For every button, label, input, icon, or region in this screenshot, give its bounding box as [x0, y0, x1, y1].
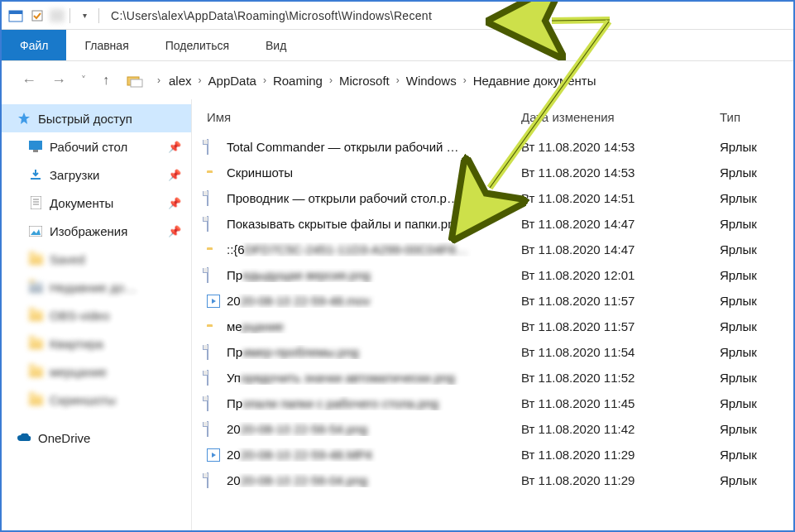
breadcrumb-item[interactable]: AppData — [208, 74, 256, 88]
file-date: Вт 11.08.2020 11:45 — [521, 396, 720, 410]
img-icon — [207, 268, 227, 282]
file-type: Ярлык — [720, 165, 793, 180]
file-row[interactable]: Пропали папки с рабочего стола.pngВт 11.… — [192, 391, 793, 416]
sidebar-downloads[interactable]: Загрузки 📌 — [2, 161, 191, 189]
sidebar: Быстрый доступ Рабочий стол 📌 Загрузки 📌… — [2, 99, 192, 530]
file-date: Вт 11.08.2020 14:47 — [521, 217, 720, 231]
nav-row: ← → ˅ ↑ › alex›AppData›Roaming›Microsoft… — [2, 61, 793, 99]
file-type: Ярлык — [720, 448, 793, 462]
nav-forward-icon[interactable]: → — [46, 69, 71, 93]
breadcrumb-item[interactable]: Microsoft — [339, 74, 390, 88]
file-date: Вт 11.08.2020 11:42 — [521, 422, 720, 436]
breadcrumb-item[interactable]: Windows — [406, 74, 457, 88]
chevron-right-icon[interactable]: › — [157, 74, 160, 86]
file-date: Вт 11.08.2020 11:57 — [521, 319, 720, 333]
file-type: Ярлык — [720, 294, 793, 308]
file-name: Предыдущая версия.png — [227, 268, 521, 282]
breadcrumb-item[interactable]: Roaming — [273, 74, 323, 88]
svg-rect-13 — [29, 226, 42, 237]
download-icon — [28, 168, 43, 181]
chevron-right-icon[interactable]: › — [199, 74, 202, 86]
sidebar-item[interactable]: Квартира — [2, 329, 191, 357]
breadcrumb-item[interactable]: alex — [169, 74, 192, 88]
file-row[interactable]: Предыдущая версия.pngВт 11.08.2020 12:01… — [192, 262, 793, 288]
breadcrumb-root-icon[interactable] — [126, 73, 144, 88]
svg-rect-7 — [33, 150, 38, 152]
sidebar-pictures[interactable]: Изображения 📌 — [2, 217, 191, 245]
pin-icon: 📌 — [168, 169, 181, 181]
column-date[interactable]: Дата изменения — [521, 110, 720, 124]
file-row[interactable]: Показывать скрытые файлы и папки.pngВт 1… — [192, 211, 793, 237]
sidebar-label: Изображения — [50, 224, 127, 238]
img-icon — [207, 422, 227, 436]
file-row[interactable]: СкриншотыВт 11.08.2020 14:53Ярлык — [192, 160, 793, 185]
sidebar-documents[interactable]: Документы 📌 — [2, 189, 191, 217]
file-row[interactable]: Пример-проблемы.pngВт 11.08.2020 11:54Яр… — [192, 339, 793, 365]
file-type: Ярлык — [720, 422, 793, 436]
breadcrumb: alex›AppData›Roaming›Microsoft›Windows›Н… — [169, 74, 596, 88]
sidebar-item[interactable]: Saved — [2, 245, 191, 273]
file-row[interactable]: Total Commander — открыли рабочий …Вт 11… — [192, 134, 793, 160]
nav-back-icon[interactable]: ← — [17, 69, 41, 93]
sidebar-item[interactable]: мерцание — [2, 357, 191, 386]
tab-view[interactable]: Вид — [247, 30, 304, 60]
file-row[interactable]: 2020-08-10 22-56-54.pngВт 11.08.2020 11:… — [192, 416, 793, 442]
dropdown-icon[interactable]: ▾ — [75, 7, 93, 25]
img-icon — [207, 140, 227, 154]
sidebar-onedrive[interactable]: OneDrive — [2, 424, 191, 452]
file-date: Вт 11.08.2020 12:01 — [521, 268, 720, 282]
sidebar-item[interactable]: Недавние до… — [2, 273, 191, 301]
video-icon — [207, 448, 227, 462]
file-date: Вт 11.08.2020 11:29 — [521, 448, 720, 462]
folder-icon — [28, 337, 43, 350]
file-row[interactable]: 2020-08-10 22-59-48.MP4Вт 11.08.2020 11:… — [192, 442, 793, 467]
file-row[interactable]: мерцаниеВт 11.08.2020 11:57Ярлык — [192, 314, 793, 339]
tab-file[interactable]: Файл — [2, 30, 66, 60]
nav-up-icon[interactable]: ↑ — [96, 69, 116, 91]
chevron-right-icon[interactable]: › — [463, 74, 467, 86]
file-row[interactable]: ::{6DFD7C5C-2451-11D3-A299-00C04F8…Вт 11… — [192, 237, 793, 262]
properties-icon[interactable] — [28, 7, 46, 25]
file-row[interactable]: Упорядочить значки автоматически.pngВт 1… — [192, 365, 793, 391]
tab-share[interactable]: Поделиться — [147, 30, 247, 60]
nav-recent-dropdown-icon[interactable]: ˅ — [76, 71, 91, 89]
sidebar-quick-access[interactable]: Быстрый доступ — [2, 104, 191, 132]
file-name: Проводник — открыли рабочий стол.p… — [227, 191, 521, 205]
sidebar-label: OneDrive — [38, 431, 90, 445]
chevron-right-icon[interactable]: › — [263, 74, 266, 86]
tab-home[interactable]: Главная — [66, 30, 146, 60]
video-icon — [207, 295, 227, 308]
svg-rect-6 — [29, 141, 42, 150]
chevron-right-icon[interactable]: › — [396, 74, 400, 86]
breadcrumb-item[interactable]: Недавние документы — [473, 74, 596, 88]
file-row[interactable]: 2020-08-10 22-59-48.movВт 11.08.2020 11:… — [192, 288, 793, 314]
file-date: Вт 11.08.2020 11:29 — [521, 473, 720, 487]
file-type: Ярлык — [720, 371, 793, 385]
file-name: мерцание — [227, 319, 521, 333]
file-type: Ярлык — [720, 473, 793, 487]
ribbon-tabs: Файл Главная Поделиться Вид — [2, 30, 793, 61]
file-type: Ярлык — [720, 268, 793, 282]
file-name: 2020-08-10 22-56-54.png — [227, 422, 521, 436]
star-icon — [17, 112, 31, 125]
sidebar-desktop[interactable]: Рабочий стол 📌 — [2, 132, 191, 161]
file-name: 2020-08-10 22-59-48.MP4 — [227, 448, 521, 462]
img-icon — [207, 217, 227, 231]
folder-icon — [28, 365, 43, 378]
file-row[interactable]: Проводник — открыли рабочий стол.p…Вт 11… — [192, 185, 793, 211]
address-path[interactable]: C:\Users\alex\AppData\Roaming\Microsoft\… — [111, 9, 432, 22]
file-type: Ярлык — [720, 140, 793, 154]
pin-icon: 📌 — [168, 225, 181, 237]
file-type: Ярлык — [720, 242, 793, 256]
svg-rect-1 — [9, 11, 22, 14]
column-name[interactable]: Имя — [207, 110, 521, 124]
chevron-right-icon[interactable]: › — [329, 74, 333, 86]
qat-icon[interactable] — [50, 9, 65, 22]
sidebar-label: Документы — [50, 196, 113, 210]
file-date: Вт 11.08.2020 11:52 — [521, 371, 720, 385]
sidebar-item[interactable]: OBS-video — [2, 301, 191, 329]
file-row[interactable]: 2020-08-10 22-56-04.pngВт 11.08.2020 11:… — [192, 467, 793, 493]
column-type[interactable]: Тип — [720, 110, 793, 124]
sidebar-item[interactable]: Скриншоты — [2, 386, 191, 414]
svg-rect-4 — [131, 79, 142, 87]
